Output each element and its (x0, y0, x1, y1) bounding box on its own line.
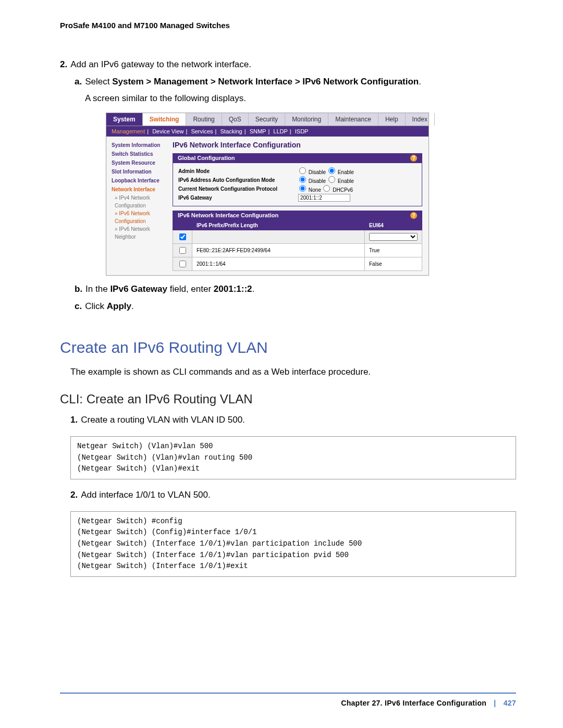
cli-step-2-text: Add interface 1/0/1 to VLAN 500. (81, 490, 211, 500)
subnav-management[interactable]: Management (112, 128, 145, 134)
ipv6-gateway-input[interactable] (298, 194, 350, 202)
tab-qos[interactable]: QoS (222, 113, 249, 126)
global-config-panel: Admin Mode Disable Enable IPv6 Address A… (173, 163, 422, 206)
iface-table: IPv6 Prefix/Prefix Length EUI64 (173, 220, 422, 271)
step-2b-t2: field, enter (167, 284, 214, 294)
intro-paragraph: The example is shown as CLI commands and… (70, 367, 516, 377)
step-2b-t1: In the (85, 284, 110, 294)
iface-config-header: IPv6 Network Interface Configuration ? (173, 211, 422, 220)
proto-none-label: None (309, 187, 321, 193)
step-2c-letter: c. (75, 301, 82, 311)
step-2a-path: System > Management > Network Interface … (112, 77, 419, 87)
proto-label: Current Network Configuration Protocol (178, 186, 298, 192)
step-2b: b.In the IPv6 Gateway field, enter 2001:… (75, 283, 516, 296)
proto-dhcpv6-label: DHCPv6 (333, 187, 353, 193)
tab-switching[interactable]: Switching (143, 113, 187, 126)
step-2a: a.Select System > Management > Network I… (75, 76, 516, 89)
step-2b-f1: IPv6 Gateway (110, 284, 167, 294)
eui64-select[interactable] (369, 233, 418, 241)
cell-prefix: FE80::21E:2AFF:FED9:2499/64 (192, 243, 365, 257)
step-2c-f1: Apply (107, 301, 131, 311)
th-eui64: EUI64 (365, 220, 422, 230)
cell-eui: False (365, 257, 422, 270)
tab-maintenance[interactable]: Maintenance (328, 113, 378, 126)
step-2-text: Add an IPv6 gateway to the network inter… (70, 59, 251, 69)
tab-routing[interactable]: Routing (186, 113, 222, 126)
th-prefix: IPv6 Prefix/Prefix Length (192, 220, 365, 230)
th-checkbox (173, 220, 192, 230)
sub-nav: Management| Device View| Services| Stack… (106, 126, 429, 137)
ui-screenshot: System Switching Routing QoS Security Mo… (106, 113, 429, 276)
subnav-isdp[interactable]: ISDP (295, 128, 309, 134)
step-2c-t2: . (131, 301, 134, 311)
subnav-services[interactable]: Services (191, 128, 213, 134)
tab-help[interactable]: Help (378, 113, 406, 126)
tab-monitoring[interactable]: Monitoring (285, 113, 328, 126)
step-2a-letter: a. (75, 77, 82, 87)
step-2a-note: A screen similar to the following displa… (85, 92, 516, 105)
ui-sidebar: System Information Switch Statistics Sys… (106, 137, 166, 275)
subnav-deviceview[interactable]: Device View (152, 128, 183, 134)
subnav-stacking[interactable]: Stacking (221, 128, 242, 134)
cell-eui: True (365, 243, 422, 257)
cell-prefix: 2001:1::1/64 (192, 257, 365, 270)
proto-none-radio[interactable] (299, 185, 306, 192)
help-icon[interactable]: ? (410, 155, 417, 162)
step-2c-t1: Click (85, 301, 107, 311)
proto-dhcpv6-radio[interactable] (323, 185, 330, 192)
step-2a-prefix: Select (85, 77, 112, 87)
auto-config-label: IPv6 Address Auto Configuration Mode (178, 177, 298, 183)
subnav-lldp[interactable]: LLDP (273, 128, 288, 134)
table-row: 2001:1::1/64 False (173, 257, 422, 270)
heading-cli: CLI: Create an IPv6 Routing VLAN (60, 392, 516, 406)
table-input-row (173, 230, 422, 243)
sidebar-item[interactable]: Loopback Interface (108, 176, 164, 185)
footer-page: 427 (504, 699, 516, 707)
auto-disable-radio[interactable] (299, 176, 306, 183)
main-tabs: System Switching Routing QoS Security Mo… (106, 113, 429, 126)
sidebar-item[interactable]: System Information (108, 141, 164, 150)
auto-enable-radio[interactable] (328, 176, 335, 183)
step-2: 2.Add an IPv6 gateway to the network int… (60, 58, 516, 71)
sidebar-item[interactable]: Switch Statistics (108, 150, 164, 158)
step-2-num: 2. (60, 59, 67, 69)
code-block-2: (Netgear Switch) #config (Netgear Switch… (70, 511, 516, 577)
sidebar-item[interactable]: System Resource (108, 158, 164, 167)
cli-step-1-num: 1. (70, 415, 78, 425)
tab-index[interactable]: Index (406, 113, 435, 126)
global-config-title: Global Configuration (178, 155, 235, 161)
cli-step-1-text: Create a routing VLAN with VLAN ID 500. (81, 415, 245, 425)
row-checkbox[interactable] (179, 233, 186, 240)
doc-header: ProSafe M4100 and M7100 Managed Switches (60, 21, 516, 30)
tab-security[interactable]: Security (249, 113, 285, 126)
admin-disable-label: Disable (309, 169, 326, 175)
step-2b-letter: b. (75, 284, 82, 294)
sidebar-sub-ipv4[interactable]: » IPv4 Network Configuration (108, 194, 164, 209)
table-row: FE80::21E:2AFF:FED9:2499/64 True (173, 243, 422, 257)
admin-disable-radio[interactable] (299, 167, 306, 174)
admin-enable-label: Enable (338, 169, 354, 175)
cli-step-2-num: 2. (70, 490, 78, 500)
sidebar-item-network-interface[interactable]: Network Interface (108, 185, 164, 194)
row-checkbox[interactable] (179, 247, 186, 254)
tab-system[interactable]: System (106, 113, 143, 126)
cli-step-1: 1.Create a routing VLAN with VLAN ID 500… (70, 414, 516, 427)
page-footer: Chapter 27. IPv6 Interface Configuration… (60, 693, 516, 707)
admin-mode-label: Admin Mode (178, 168, 298, 174)
row-checkbox[interactable] (179, 261, 186, 267)
ipv6-gw-label: IPv6 Gateway (178, 195, 298, 201)
help-icon[interactable]: ? (410, 212, 417, 219)
sidebar-sub-ipv6-neighbor[interactable]: » IPv6 Network Neighbor (108, 225, 164, 241)
auto-enable-label: Enable (338, 178, 354, 184)
panel-title: IPv6 Network Interface Configuration (173, 141, 422, 149)
sidebar-item[interactable]: Slot Information (108, 167, 164, 176)
iface-config-title: IPv6 Network Interface Configuration (178, 212, 278, 218)
step-2a-suffix: . (419, 77, 421, 87)
subnav-snmp[interactable]: SNMP (250, 128, 266, 134)
sidebar-sub-ipv6-config[interactable]: » IPv6 Network Configuration (108, 209, 164, 225)
admin-enable-radio[interactable] (328, 167, 335, 174)
step-2c: c.Click Apply. (75, 300, 516, 313)
footer-sep: | (494, 699, 496, 707)
global-config-header: Global Configuration ? (173, 153, 422, 163)
footer-chapter: Chapter 27. IPv6 Interface Configuration (341, 699, 486, 707)
